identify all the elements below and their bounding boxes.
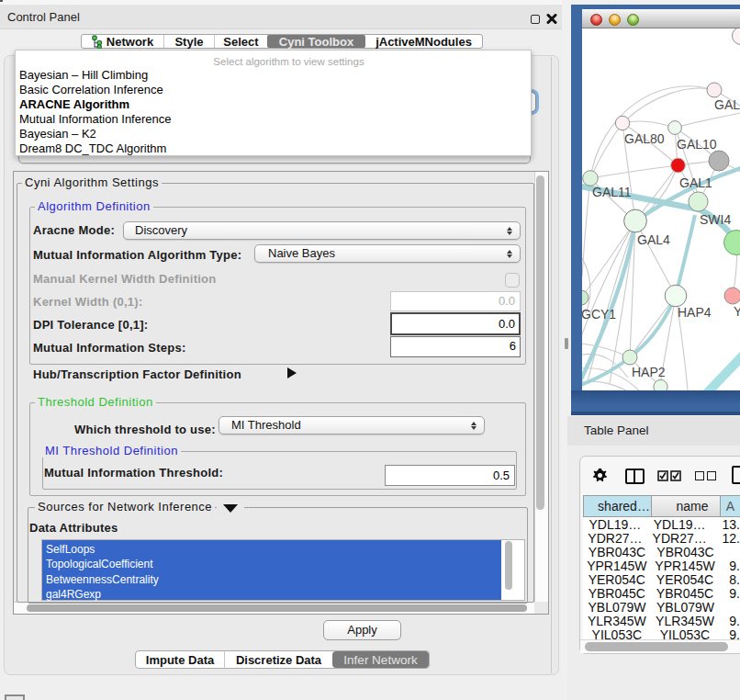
svg-text:GAL1: GAL1 xyxy=(679,175,712,190)
svg-text:GCY1: GCY1 xyxy=(582,307,616,322)
svg-text:HAP2: HAP2 xyxy=(632,365,666,379)
svg-text:GAL11: GAL11 xyxy=(592,185,632,199)
svg-text:SWI4: SWI4 xyxy=(700,212,731,227)
svg-text:GAL10: GAL10 xyxy=(677,137,717,152)
svg-text:GAL4: GAL4 xyxy=(637,232,670,247)
svg-text:YEL0: YEL0 xyxy=(734,304,740,319)
svg-text:GAL2: GAL2 xyxy=(714,97,740,112)
svg-text:HAP4: HAP4 xyxy=(678,305,712,320)
svg-text:GAL80: GAL80 xyxy=(624,131,665,146)
